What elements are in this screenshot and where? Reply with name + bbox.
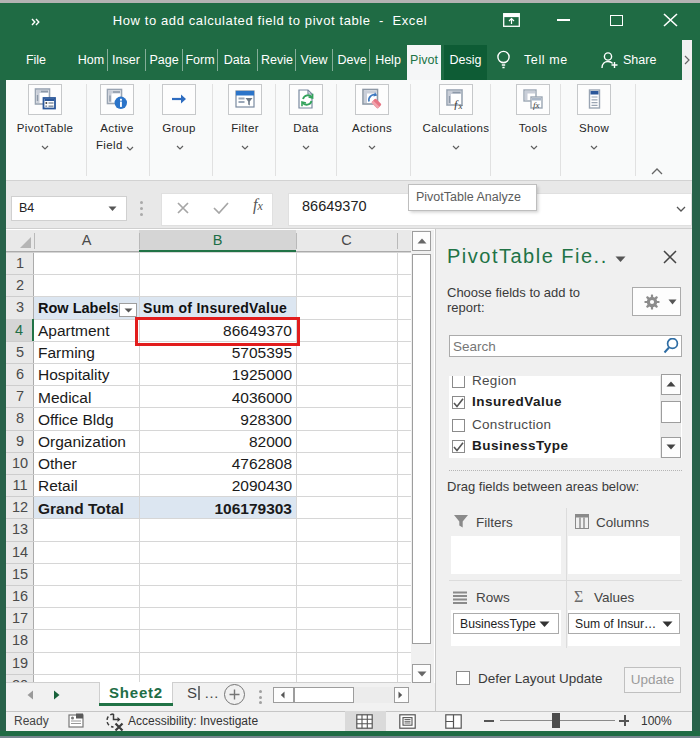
svg-text:x: x [458,101,463,110]
svg-text:fx: fx [533,100,540,110]
